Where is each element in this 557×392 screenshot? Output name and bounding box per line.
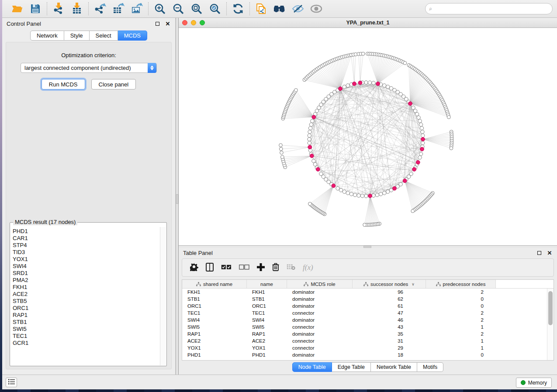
mcds-result-item[interactable]: SWI5: [13, 326, 160, 333]
mcds-result-item[interactable]: SRD1: [13, 270, 160, 277]
duplicate-network-button[interactable]: [254, 2, 268, 15]
table-row[interactable]: SWI4SWI4dominator462: [182, 316, 547, 323]
column-header-MCDS-role[interactable]: MCDS role: [287, 280, 353, 288]
table-row[interactable]: RAP1RAP1dominator352: [182, 330, 547, 337]
mcds-result-item[interactable]: YOX1: [13, 256, 160, 263]
cell-shared-name: STB1: [182, 296, 247, 302]
function-builder-button[interactable]: f(x): [303, 263, 313, 272]
table-row[interactable]: FKH1FKH1dominator962: [182, 289, 547, 296]
mcds-result-listbox[interactable]: PHD1CAR1STP4TID3YOX1SWI4SRD1PMA2FKH1ACE2…: [10, 222, 167, 366]
tab-style[interactable]: Style: [64, 31, 90, 41]
mcds-result-item[interactable]: PMA2: [13, 277, 160, 284]
tab-edge-table[interactable]: Edge Table: [332, 362, 371, 372]
mcds-result-item[interactable]: SWI4: [13, 263, 160, 270]
export-table-button[interactable]: [111, 2, 125, 15]
window-minimize-icon[interactable]: [191, 20, 196, 25]
network-canvas[interactable]: [179, 28, 556, 245]
cell-mcds-role: dominator: [287, 296, 353, 302]
zoom-fit-button[interactable]: [190, 2, 204, 15]
hide-selected-button[interactable]: [291, 2, 305, 15]
import-network-button[interactable]: [52, 2, 66, 15]
tab-node-table[interactable]: Node Table: [292, 362, 332, 372]
cell-name: ORC1: [247, 303, 287, 309]
column-header-successor-nodes[interactable]: successor nodes∨: [353, 280, 426, 288]
mcds-result-item[interactable]: TEC1: [13, 333, 160, 340]
zoom-selected-button[interactable]: [208, 2, 222, 15]
mcds-result-item[interactable]: GCR1: [13, 340, 160, 347]
network-window-titlebar[interactable]: YPA_prune.txt_1: [179, 18, 557, 28]
mcds-result-item[interactable]: TID3: [13, 249, 160, 256]
close-table-panel-button[interactable]: ✕: [547, 250, 553, 256]
mcds-result-item[interactable]: ORC1: [13, 305, 160, 312]
close-icon: ✕: [547, 250, 552, 256]
table-row[interactable]: SWI5SWI5connector431: [182, 323, 547, 330]
table-row[interactable]: STB1STB1dominator620: [182, 296, 547, 303]
export-image-button[interactable]: [130, 2, 144, 15]
cell-shared-name: SWI5: [182, 324, 247, 330]
add-column-button[interactable]: [257, 263, 265, 272]
delete-table-button[interactable]: [287, 264, 295, 272]
select-all-rows-button[interactable]: [221, 265, 232, 271]
table-row[interactable]: YOX1YOX1connector291: [182, 344, 547, 351]
table-panel-tabs: Node TableEdge TableNetwork TableMotifs: [179, 362, 557, 372]
zoom-out-button[interactable]: [171, 2, 185, 15]
table-settings-button[interactable]: [190, 263, 198, 272]
close-panel-button[interactable]: ✕: [165, 21, 171, 27]
delete-column-button[interactable]: [272, 263, 279, 272]
search-input[interactable]: [425, 3, 553, 14]
float-icon: [537, 251, 541, 255]
tab-network[interactable]: Network: [30, 31, 64, 41]
import-table-button[interactable]: [70, 2, 84, 15]
deselect-all-rows-button[interactable]: [239, 265, 249, 271]
column-header-predecessor-nodes[interactable]: predecessor nodes: [426, 280, 496, 288]
mcds-result-item[interactable]: PHD1: [13, 228, 160, 235]
open-file-button[interactable]: [10, 2, 24, 15]
cell-shared-name: TEC1: [182, 310, 247, 316]
criterion-dropdown[interactable]: largest connected component (undirected): [21, 63, 157, 73]
vertical-splitter[interactable]: [176, 18, 179, 375]
table-scrollbar[interactable]: [547, 289, 554, 360]
float-table-panel-button[interactable]: [536, 250, 542, 256]
mcds-result-item[interactable]: STP4: [13, 242, 160, 249]
table-row[interactable]: PHD1PHD1dominator180: [182, 351, 547, 358]
cell-mcds-role: dominator: [287, 289, 353, 295]
column-header-shared-name[interactable]: shared name: [182, 280, 247, 288]
first-neighbors-button[interactable]: [273, 2, 287, 15]
mcds-result-item[interactable]: STB1: [13, 319, 160, 326]
memory-button[interactable]: Memory: [516, 378, 552, 388]
cell-name: FKH1: [247, 289, 287, 295]
mcds-result-item[interactable]: RAP1: [13, 312, 160, 319]
close-panel-action-button[interactable]: Close panel: [91, 79, 136, 89]
mcds-result-item[interactable]: CAR1: [13, 235, 160, 242]
tab-mcds[interactable]: MCDS: [118, 31, 147, 41]
mcds-result-item[interactable]: FKH1: [13, 284, 160, 291]
tab-select[interactable]: Select: [90, 31, 118, 41]
table-scrollbar-thumb[interactable]: [548, 291, 553, 325]
table-row[interactable]: TEC1TEC1connector472: [182, 309, 547, 316]
window-close-icon[interactable]: [182, 20, 187, 25]
show-all-button[interactable]: [309, 2, 323, 15]
task-history-button[interactable]: [6, 378, 17, 387]
mcds-result-item[interactable]: ACE2: [13, 291, 160, 298]
mcds-result-item[interactable]: STB5: [13, 298, 160, 305]
vertical-splitter-grip[interactable]: [176, 194, 178, 204]
save-session-button[interactable]: [28, 2, 42, 15]
column-header-name[interactable]: name: [247, 280, 287, 288]
window-maximize-icon[interactable]: [200, 20, 205, 25]
cell-predecessor-nodes: 1: [426, 324, 496, 330]
cell-predecessor-nodes: 2: [426, 310, 496, 316]
zoom-in-button[interactable]: [153, 2, 167, 15]
refresh-view-button[interactable]: [231, 2, 245, 15]
mcds-result-scrollbar[interactable]: [160, 227, 166, 365]
status-bar: Memory: [2, 375, 557, 389]
table-row[interactable]: ACE2ACE2connector311: [182, 337, 547, 344]
tab-network-table[interactable]: Network Table: [371, 362, 417, 372]
tab-motifs[interactable]: Motifs: [417, 362, 443, 372]
table-row[interactable]: ORC1ORC1dominator610: [182, 303, 547, 309]
cell-mcds-role: dominator: [287, 352, 353, 358]
float-panel-button[interactable]: [154, 21, 160, 27]
show-column-button[interactable]: [206, 263, 214, 273]
export-network-button[interactable]: [93, 2, 107, 15]
table-panel: Table Panel ✕ f(x) shared namenameMCDS r…: [179, 248, 557, 375]
run-mcds-button[interactable]: Run MCDS: [42, 79, 85, 89]
